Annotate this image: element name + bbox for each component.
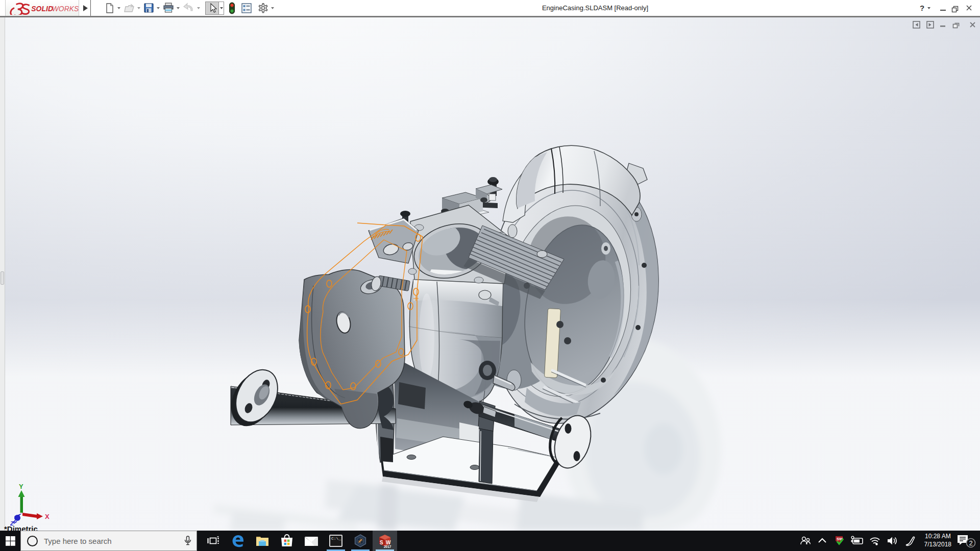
- svg-text:S: S: [380, 540, 383, 545]
- svg-text:2017: 2017: [384, 545, 391, 548]
- svg-text:Y: Y: [19, 483, 23, 490]
- svg-text:?: ?: [920, 4, 924, 12]
- svg-text:X: X: [45, 513, 50, 520]
- svg-text:2: 2: [969, 539, 973, 547]
